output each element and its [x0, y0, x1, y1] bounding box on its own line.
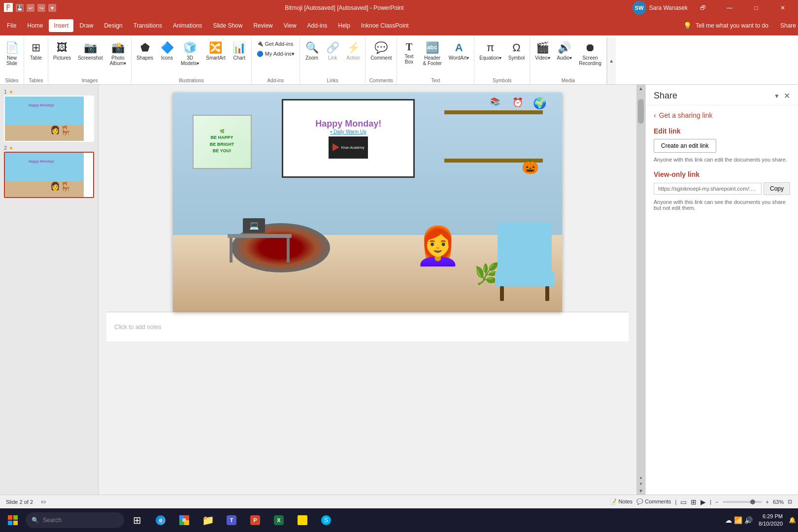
menu-draw[interactable]: Draw [74, 19, 98, 32]
scroll-prev-btn[interactable]: ▲ [638, 474, 644, 481]
notes-btn[interactable]: 📝 Notes [610, 499, 632, 505]
menu-review[interactable]: Review [248, 19, 277, 32]
vertical-scrollbar[interactable]: ▲ ▲ ▼ ▼ [636, 85, 645, 495]
slide-img-2: Happy Monday! 🪑 👩 [5, 153, 84, 197]
slide-view-icon[interactable]: ▭ [41, 499, 46, 505]
chart-btn[interactable]: 📊 Chart [230, 39, 249, 63]
menu-transitions[interactable]: Transitions [129, 19, 167, 32]
menu-home[interactable]: Home [22, 19, 48, 32]
3d-models-btn[interactable]: 🧊 3DModels▾ [178, 39, 202, 68]
menu-help[interactable]: Help [333, 19, 355, 32]
edge-btn[interactable]: e [150, 509, 171, 531]
notification-btn[interactable]: 🔔 [789, 517, 796, 524]
share-btn[interactable]: Share [780, 22, 796, 29]
wordart-btn[interactable]: A WordArt▾ [446, 39, 472, 63]
save-icon[interactable]: 💾 [16, 4, 24, 12]
comment-btn[interactable]: 💬 Comment [367, 39, 395, 63]
text-box-btn[interactable]: T TextBox [399, 39, 419, 66]
slide-canvas[interactable]: 🌿 BE HAPPY BE BRIGHT BE YOU! Happy Monda… [173, 93, 562, 312]
task-view-btn[interactable]: ⊞ [126, 509, 148, 531]
zoom-btn[interactable]: 🔍 Zoom [302, 39, 322, 63]
volume-icon[interactable]: 🔊 [744, 516, 753, 524]
new-slide-btn[interactable]: 📄 NewSlide [2, 39, 22, 68]
undo-icon[interactable]: ↩ [27, 4, 34, 12]
menu-animations[interactable]: Animations [168, 19, 207, 32]
slide-video[interactable]: Khan Academy [329, 136, 368, 159]
screen-recording-icon: ⏺ [585, 41, 596, 54]
restore-down-btn[interactable]: 🗗 [692, 0, 714, 16]
ribbon-collapse-btn[interactable]: ▲ [607, 37, 616, 84]
share-back-btn[interactable]: ‹ Get a sharing link [654, 111, 790, 119]
photo-album-btn[interactable]: 📸 PhotoAlbum▾ [107, 39, 129, 68]
link-btn[interactable]: 🔗 Link [323, 39, 342, 63]
minimize-btn[interactable]: — [718, 0, 741, 16]
scroll-down-btn[interactable]: ▼ [637, 487, 644, 495]
comments-btn[interactable]: 💬 Comments [636, 499, 671, 505]
slide-thumb-1[interactable]: 1 ★ Happy Monday! 🪑 👩 [4, 89, 94, 142]
slide-preview-2[interactable]: Happy Monday! 🪑 👩 [4, 152, 94, 198]
teams-btn[interactable]: T [221, 509, 242, 531]
video-btn[interactable]: 🎬 Video▾ [532, 39, 553, 63]
maximize-btn[interactable]: □ [745, 0, 767, 16]
excel-btn[interactable]: X [268, 509, 290, 531]
scroll-next-btn[interactable]: ▼ [638, 481, 644, 487]
start-btn[interactable] [2, 509, 24, 531]
share-link-input[interactable] [654, 183, 762, 195]
powerpoint-taskbar-btn[interactable]: P [244, 509, 266, 531]
menu-insert[interactable]: Insert [49, 19, 73, 32]
normal-view-btn[interactable]: ▭ [680, 498, 687, 506]
explorer-btn[interactable]: 📁 [197, 509, 219, 531]
get-addins-btn[interactable]: 🔌 Get Add-ins [254, 39, 296, 48]
my-addins-btn[interactable]: 🔵 My Add-ins▾ [254, 50, 298, 58]
slide-preview-1[interactable]: Happy Monday! 🪑 👩 [4, 96, 94, 142]
sticky-notes-btn[interactable] [292, 509, 313, 531]
share-close-btn[interactable]: ✕ [784, 91, 790, 100]
tell-me-text[interactable]: Tell me what you want to do [696, 22, 768, 29]
action-btn[interactable]: ⚡ Action [343, 39, 363, 63]
title-bar-right: SW Sara Wanasek 🗗 — □ ✕ [632, 0, 794, 16]
slideshow-btn[interactable]: ▶ [700, 498, 706, 506]
redo-icon[interactable]: ↪ [37, 4, 45, 12]
customize-qat[interactable]: ▼ [48, 4, 56, 12]
share-dropdown-btn[interactable]: ▼ [774, 93, 780, 100]
smartart-btn[interactable]: 🔀 SmartArt [203, 39, 228, 63]
scroll-thumb[interactable] [638, 99, 644, 124]
header-footer-btn[interactable]: 🔤 Header& Footer [420, 39, 444, 68]
symbol-btn[interactable]: Ω Symbol [505, 39, 528, 63]
chrome-icon [179, 515, 189, 525]
fit-btn[interactable]: ⊡ [788, 499, 792, 505]
comments-icon: 💬 [636, 499, 643, 504]
onedrive-icon[interactable]: ☁ [725, 516, 732, 524]
menu-file[interactable]: File [2, 19, 21, 32]
scroll-up-btn[interactable]: ▲ [637, 85, 644, 92]
tell-me-icon[interactable]: 💡 [683, 22, 692, 30]
screenshot-btn[interactable]: 📷 Screenshot [75, 39, 106, 63]
audio-btn[interactable]: 🔊 Audio▾ [554, 39, 575, 63]
shapes-btn[interactable]: ⬟ Shapes [133, 39, 156, 63]
pictures-btn[interactable]: 🖼 Pictures [50, 39, 74, 63]
close-btn[interactable]: ✕ [771, 0, 794, 16]
screen-recording-btn[interactable]: ⏺ ScreenRecording [576, 39, 604, 68]
zoom-out-btn[interactable]: − [715, 499, 718, 505]
menu-classpoint[interactable]: Inknoe ClassPoint [356, 19, 414, 32]
equation-btn[interactable]: π Equation▾ [476, 39, 504, 63]
menu-slideshow[interactable]: Slide Show [208, 19, 247, 32]
share-create-btn[interactable]: Create an edit link [654, 139, 716, 153]
share-copy-btn[interactable]: Copy [764, 182, 790, 195]
notes-area[interactable]: Click to add notes [106, 312, 629, 341]
menu-addins[interactable]: Add-ins [302, 19, 332, 32]
menu-design[interactable]: Design [99, 19, 127, 32]
zoom-slider[interactable] [723, 501, 762, 503]
reading-view-btn[interactable]: ⊞ [691, 498, 697, 506]
skype-btn[interactable]: S [315, 509, 337, 531]
chrome-btn[interactable] [173, 509, 195, 531]
zoom-in-btn[interactable]: + [766, 499, 769, 505]
table-btn[interactable]: ⊞ Table [26, 39, 46, 63]
images-group-label: Images [50, 77, 129, 84]
slide-thumb-2[interactable]: 2 ★ Happy Monday! 🪑 👩 [4, 145, 94, 198]
menu-view[interactable]: View [279, 19, 301, 32]
network-icon[interactable]: 📶 [734, 516, 742, 524]
header-footer-icon: 🔤 [426, 41, 439, 54]
taskbar-search[interactable]: 🔍 Search [26, 512, 124, 528]
icons-btn[interactable]: 🔷 Icons [157, 39, 177, 63]
